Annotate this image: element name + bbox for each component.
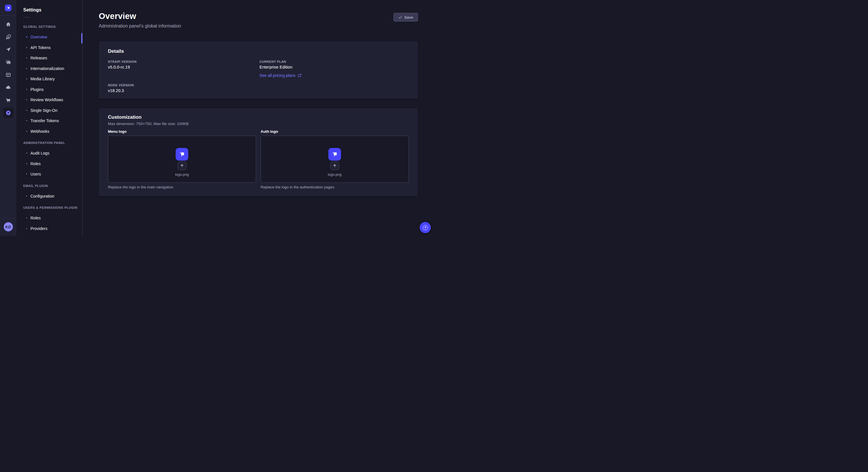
sidebar-item-audit-logs[interactable]: Audit Logs — [17, 148, 82, 159]
nav-list: Audit Logs Roles Users — [17, 148, 82, 179]
nav-section-administration-panel: ADMINISTRATION PANEL Audit Logs Roles Us… — [17, 141, 82, 179]
current-plan-field: CURRENT PLAN Enterprise Edition See all … — [259, 60, 409, 78]
details-card-title: Details — [108, 48, 409, 54]
menu-logo-filename: logo.png — [175, 173, 189, 177]
node-version-field: NODE VERSION v18.20.3 — [108, 83, 257, 93]
media-library-icon[interactable] — [3, 57, 13, 67]
bullet-icon — [26, 153, 27, 154]
sidebar-item-label: Transfer Tokens — [30, 119, 59, 123]
auth-logo-preview — [329, 148, 341, 161]
bullet-icon — [26, 163, 27, 164]
menu-logo-preview — [176, 148, 188, 161]
auth-logo-filename: logo.png — [328, 173, 342, 177]
save-button[interactable]: Save — [394, 13, 418, 22]
nav-section-label: ADMINISTRATION PANEL — [23, 141, 82, 144]
rail-icon-list — [3, 16, 13, 118]
menu-logo-label: Menu logo — [108, 129, 256, 134]
details-grid-empty-cell — [259, 83, 409, 93]
plus-icon: + — [180, 163, 184, 168]
home-icon[interactable] — [3, 19, 13, 30]
add-logo-button[interactable]: + — [178, 162, 187, 170]
nav-section-label: EMAIL PLUGIN — [23, 184, 82, 188]
bullet-icon — [26, 68, 27, 69]
content-type-builder-feather-icon[interactable] — [3, 32, 13, 42]
settings-gear-icon[interactable] — [3, 107, 13, 118]
subnav-scrollbar-thumb[interactable] — [81, 33, 82, 43]
sidebar-item-label: Roles — [30, 162, 41, 166]
sidebar-item-admin-users[interactable]: Users — [17, 169, 82, 179]
bullet-icon — [26, 120, 27, 121]
customization-card-title: Customization — [108, 114, 409, 120]
sidebar-item-overview[interactable]: Overview — [17, 32, 82, 42]
sidebar-item-transfer-tokens[interactable]: Transfer Tokens — [17, 115, 82, 126]
menu-logo-dropzone[interactable]: + logo.png — [108, 136, 256, 183]
strapi-logo-glyph — [178, 150, 186, 158]
sidebar-item-label: Releases — [30, 56, 47, 60]
sidebar-item-label: Single Sign-On — [30, 108, 57, 113]
help-icon: ? — [423, 225, 428, 230]
nav-list: Roles Providers — [17, 213, 82, 234]
sidebar-item-label: Roles — [30, 216, 41, 220]
bullet-icon — [26, 89, 27, 90]
strapi-logo-glyph — [331, 150, 338, 158]
menu-logo-upload: Menu logo + logo.png Replace the logo — [108, 129, 256, 189]
rail-bottom-divider — [0, 218, 17, 218]
rail-bottom: KD — [0, 218, 17, 236]
help-button[interactable]: ? — [420, 222, 431, 233]
sidebar-item-releases[interactable]: Releases — [17, 53, 82, 63]
user-avatar[interactable]: KD — [4, 222, 13, 231]
settings-subnav: Settings GLOBAL SETTINGS Overview API To… — [17, 0, 83, 236]
marketplace-cart-icon[interactable] — [3, 95, 13, 105]
sidebar-item-media-library[interactable]: Media Library — [17, 74, 82, 84]
main-content: Overview Administration panel’s global i… — [83, 0, 434, 236]
sidebar-item-label: Users — [30, 172, 41, 176]
sidebar-item-email-configuration[interactable]: Configuration — [17, 191, 82, 202]
sidebar-item-plugins[interactable]: Plugins — [17, 84, 82, 95]
strapi-logo-glyph — [6, 6, 10, 10]
sidebar-item-label: Plugins — [30, 87, 43, 92]
sidebar-item-internationalization[interactable]: Internationalization — [17, 63, 82, 74]
logo-uploads: Menu logo + logo.png Replace the logo — [108, 129, 409, 189]
main-nav-rail: KD — [0, 0, 17, 236]
sidebar-item-label: Providers — [30, 226, 48, 231]
sidebar-item-up-roles[interactable]: Roles — [17, 213, 82, 224]
sidebar-item-admin-roles[interactable]: Roles — [17, 159, 82, 169]
sidebar-item-label: Audit Logs — [30, 151, 50, 156]
sidebar-item-label: Webhooks — [30, 129, 50, 134]
strapi-version-field: STRAPI VERSION v5.0.0-rc.19 — [108, 60, 257, 78]
pricing-plans-link[interactable]: See all pricing plans — [259, 73, 301, 78]
sidebar-item-up-providers[interactable]: Providers — [17, 224, 82, 234]
sidebar-item-label: Media Library — [30, 76, 55, 81]
subnav-title: Settings — [23, 7, 82, 12]
sidebar-item-label: Internationalization — [30, 66, 64, 71]
bullet-icon — [26, 36, 27, 38]
sidebar-item-review-workflows[interactable]: Review Workflows — [17, 95, 82, 105]
add-logo-button[interactable]: + — [330, 162, 339, 170]
external-link-icon — [298, 74, 301, 77]
auth-logo-upload: Auth logo + logo.png Replace the logo — [260, 129, 409, 189]
subnav-title-rule — [23, 17, 30, 18]
sidebar-item-webhooks[interactable]: Webhooks — [17, 126, 82, 137]
field-label: CURRENT PLAN — [259, 60, 409, 63]
bullet-icon — [26, 57, 27, 59]
page-title: Overview — [99, 11, 181, 21]
strapi-logo[interactable] — [5, 5, 11, 11]
auth-logo-dropzone[interactable]: + logo.png — [260, 136, 409, 183]
nav-section-label: USERS & PERMISSIONS PLUGIN — [23, 206, 82, 209]
bullet-icon — [26, 173, 27, 175]
bullet-icon — [26, 131, 27, 132]
field-value: v5.0.0-rc.19 — [108, 65, 257, 69]
nav-section-global-settings: GLOBAL SETTINGS Overview API Tokens Rele… — [17, 25, 82, 136]
sidebar-item-label: Overview — [30, 35, 47, 39]
nav-section-label: GLOBAL SETTINGS — [23, 25, 82, 28]
cloud-icon[interactable] — [3, 82, 13, 93]
content-manager-layout-icon[interactable] — [3, 70, 13, 80]
check-icon — [398, 15, 402, 19]
sidebar-item-label: Review Workflows — [30, 98, 63, 102]
sidebar-item-label: API Tokens — [30, 45, 51, 50]
bullet-icon — [26, 99, 27, 100]
sidebar-item-api-tokens[interactable]: API Tokens — [17, 42, 82, 53]
deploy-paper-plane-icon[interactable] — [3, 44, 13, 55]
page-subtitle: Administration panel’s global informatio… — [99, 24, 181, 29]
sidebar-item-single-sign-on[interactable]: Single Sign-On — [17, 105, 82, 116]
